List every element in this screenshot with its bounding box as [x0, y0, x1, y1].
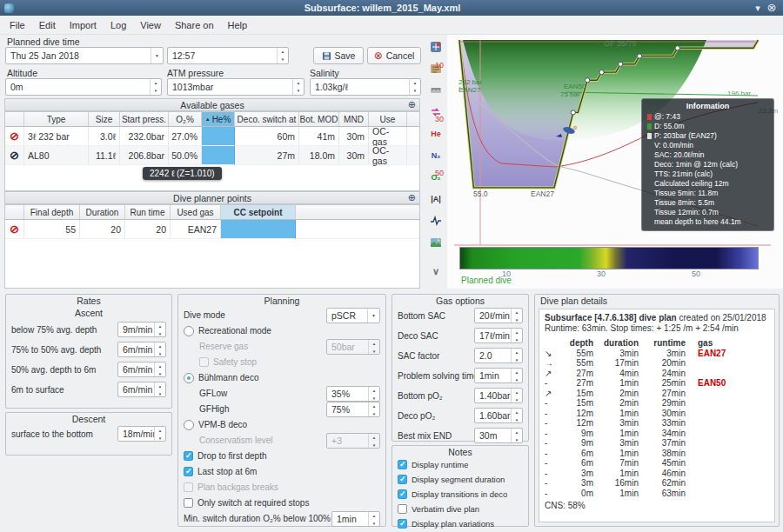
close-button[interactable]: ⊗: [765, 1, 779, 15]
gas-mnd-cell[interactable]: 30m: [339, 127, 369, 146]
rate-spinner[interactable]: 6m/min ▲▼: [117, 362, 166, 377]
dive-mode-select[interactable]: pSCR▼: [326, 308, 380, 323]
menu-import[interactable]: Import: [63, 17, 104, 33]
col-bot-mod[interactable]: Bot. MOD: [299, 112, 339, 127]
gas-size-cell[interactable]: 11.1ℓ: [89, 146, 120, 165]
gas-option-row: SAC factor 2.0 ▲▼: [392, 348, 528, 363]
collapse-chevron-icon[interactable]: ∨: [426, 263, 445, 280]
note-label: Display segment duration: [412, 475, 505, 484]
gas-he-cell[interactable]: [202, 127, 235, 146]
gas-option-spinner[interactable]: 17ℓ/min ▲▼: [474, 328, 523, 343]
only-switch-required-checkbox[interactable]: [184, 498, 193, 508]
note-option-row: Verbatim dive plan: [392, 503, 528, 515]
salinity-spinner[interactable]: 1.03kg/ℓ ▲▼: [310, 78, 421, 96]
save-button[interactable]: Save: [313, 47, 364, 64]
rate-spinner[interactable]: 9m/min ▲▼: [117, 322, 166, 337]
profile-settings-icon[interactable]: [426, 38, 445, 56]
shade-button[interactable]: ▾: [751, 1, 765, 15]
gas-he-cell[interactable]: [202, 146, 235, 165]
col-cc-setpoint[interactable]: CC setpoint: [221, 205, 296, 220]
col-mnd[interactable]: MND: [339, 112, 369, 127]
gas-o2-cell[interactable]: 50.0%: [169, 146, 202, 165]
chevron-down-icon[interactable]: ▼: [151, 48, 163, 63]
gas-mnd-cell[interactable]: 30m: [339, 146, 369, 165]
gas-type-cell[interactable]: 3ℓ 232 bar: [24, 127, 89, 146]
min-switch-duration-spinner[interactable]: 1min ▲▼: [331, 511, 380, 527]
add-cylinder-button[interactable]: ⊕: [408, 99, 416, 110]
col-duration[interactable]: Duration: [80, 205, 125, 220]
note-checkbox[interactable]: [398, 489, 407, 499]
n2-toggle[interactable]: N₂: [426, 147, 445, 164]
remove-cylinder-icon[interactable]: ⊘: [10, 150, 19, 161]
col-type[interactable]: Type: [24, 112, 89, 127]
altitude-spinner[interactable]: 0m ▲▼: [5, 78, 162, 96]
he-toggle[interactable]: He: [426, 125, 445, 143]
gas-switch-cell[interactable]: 27m: [235, 146, 299, 165]
dive-plan-details-text[interactable]: Subsurface [4.7.6.138] dive plan created…: [539, 309, 775, 522]
col-final-depth[interactable]: Final depth: [24, 205, 80, 220]
menu-help[interactable]: Help: [221, 17, 255, 33]
add-point-button[interactable]: ⊕: [408, 192, 416, 203]
gas-switch-cell[interactable]: 60m: [235, 127, 299, 146]
spinner-arrows[interactable]: ▲▼: [277, 48, 288, 63]
rate-label: 50% avg. depth to 6m: [11, 365, 117, 375]
col-deco-switch[interactable]: Deco. switch at: [235, 112, 299, 127]
note-checkbox[interactable]: [398, 504, 407, 514]
ruler-icon[interactable]: [426, 82, 445, 99]
point-duration-cell[interactable]: 20: [80, 220, 125, 239]
point-setpoint-cell[interactable]: [221, 220, 296, 239]
gas-option-spinner[interactable]: 2.0 ▲▼: [474, 348, 523, 363]
point-runtime-cell[interactable]: 20: [125, 220, 171, 239]
gas-option-spinner[interactable]: 1min ▲▼: [474, 368, 523, 383]
gas-o2-cell[interactable]: 27.0%: [169, 127, 202, 146]
heart-rate-icon[interactable]: [426, 212, 445, 229]
gas-option-spinner[interactable]: 1.40bar ▲▼: [474, 388, 523, 403]
col-start-press[interactable]: Start press.: [120, 112, 169, 127]
dive-time-spinner[interactable]: 12:57 ▲▼: [167, 47, 289, 64]
gas-type-cell[interactable]: AL80: [24, 146, 89, 165]
gas-option-spinner[interactable]: 20ℓ/min ▲▼: [474, 308, 523, 323]
col-size[interactable]: Size: [89, 112, 120, 127]
buhlmann-deco-radio[interactable]: [184, 373, 194, 383]
vpmb-deco-radio[interactable]: [184, 420, 194, 430]
col-used-gas[interactable]: Used gas: [171, 205, 221, 220]
remove-point-icon[interactable]: ⊘: [10, 223, 19, 235]
gas-mod-cell[interactable]: 18.0m: [299, 146, 339, 165]
point-depth-cell[interactable]: 55: [24, 220, 80, 239]
rate-spinner[interactable]: 6m/min ▲▼: [117, 342, 166, 357]
drop-first-depth-checkbox[interactable]: [184, 451, 193, 461]
gas-start-cell[interactable]: 206.8bar: [120, 146, 169, 165]
col-run-time[interactable]: Run time: [125, 205, 171, 220]
menu-log[interactable]: Log: [104, 17, 133, 33]
ambient-pressure-toggle[interactable]: |A|: [426, 190, 445, 208]
remove-cylinder-icon[interactable]: ⊘: [10, 130, 19, 142]
cancel-button[interactable]: ⊗ Cancel: [367, 47, 421, 64]
recreational-mode-radio[interactable]: [184, 326, 194, 336]
gas-option-spinner[interactable]: 30m ▲▼: [474, 428, 523, 443]
descent-rate-spinner[interactable]: 18m/min ▲▼: [117, 426, 166, 442]
gas-start-cell[interactable]: 232.0bar: [120, 127, 169, 146]
col-o2[interactable]: O₂%: [169, 112, 202, 127]
photos-icon[interactable]: [426, 234, 445, 251]
note-checkbox[interactable]: [398, 475, 407, 484]
note-checkbox[interactable]: [398, 519, 407, 529]
dive-date-select[interactable]: Thu 25 Jan 2018 ▼: [5, 47, 164, 64]
note-checkbox[interactable]: [398, 460, 407, 469]
menu-view[interactable]: View: [133, 17, 168, 33]
menu-share-on[interactable]: Share on: [168, 17, 221, 33]
gfhigh-spinner[interactable]: 75% ▲▼: [326, 402, 380, 417]
point-gas-cell[interactable]: EAN27: [171, 220, 221, 239]
gas-use-cell[interactable]: OC-gas: [369, 127, 407, 146]
last-stop-6m-checkbox[interactable]: [184, 467, 193, 476]
atm-pressure-spinner[interactable]: 1013mbar ▲▼: [167, 78, 304, 96]
menu-edit[interactable]: Edit: [32, 17, 63, 33]
gas-mod-cell[interactable]: 41m: [299, 127, 339, 146]
gas-option-spinner[interactable]: 1.60bar ▲▼: [474, 408, 523, 423]
menu-file[interactable]: File: [3, 17, 32, 33]
gas-use-cell[interactable]: OC-gas: [369, 146, 407, 165]
col-he[interactable]: ▲He%: [202, 112, 235, 127]
gflow-spinner[interactable]: 35% ▲▼: [326, 386, 380, 402]
gas-size-cell[interactable]: 3.0ℓ: [89, 127, 120, 146]
col-use[interactable]: Use: [369, 112, 407, 127]
rate-spinner[interactable]: 6m/min ▲▼: [117, 382, 166, 397]
